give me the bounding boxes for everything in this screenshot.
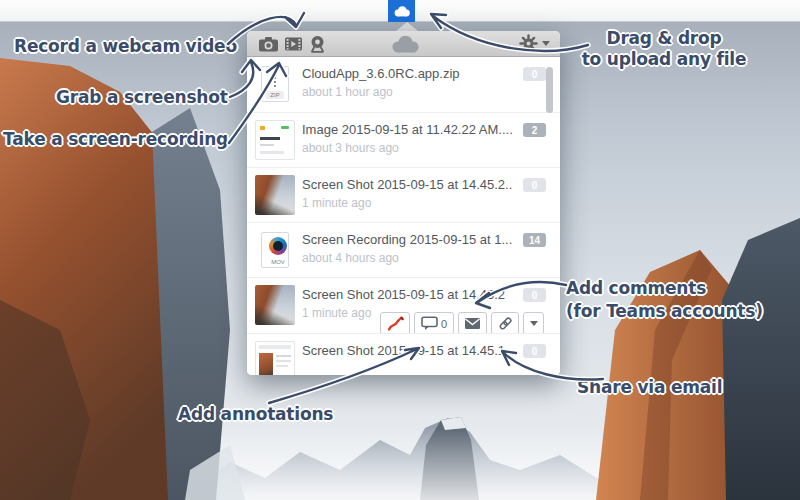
settings-caret[interactable] — [540, 31, 552, 57]
comment-count: 0 — [441, 318, 447, 330]
note-record-webcam: Record a webcam video — [14, 36, 237, 56]
copy-link-button[interactable] — [491, 312, 519, 335]
item-title: CloudApp_3.6.0RC.app.zip — [302, 66, 512, 81]
comment-button[interactable]: 0 — [414, 312, 454, 335]
item-actions: 0 — [380, 312, 544, 335]
menubar-cloudapp-button[interactable] — [388, 0, 415, 22]
webcam-icon — [308, 35, 327, 53]
settings-button[interactable] — [518, 31, 538, 57]
view-count-badge: 2 — [523, 123, 546, 137]
mov-label: MOV — [269, 259, 287, 265]
view-count-badge: 0 — [523, 178, 546, 192]
film-video-icon — [284, 36, 303, 52]
item-time: 1 minute ago — [302, 196, 512, 210]
link-icon — [497, 315, 514, 332]
view-count-badge: 0 — [523, 67, 546, 81]
chevron-down-icon — [542, 41, 550, 46]
scrollbar-thumb[interactable] — [546, 67, 553, 113]
note-share-email: Share via email — [577, 377, 722, 397]
zip-label: ZIP — [266, 91, 284, 99]
note-add-comments: Add comments (for Teams accounts) — [566, 277, 763, 323]
item-time: about 1 hour ago — [302, 85, 512, 99]
comment-bubble-icon — [421, 316, 438, 331]
annotate-pen-icon — [387, 316, 404, 332]
list-item[interactable]: MOV Screen Recording 2015-09-15 at 1... … — [247, 222, 560, 277]
menu-bar — [0, 0, 800, 22]
list-item[interactable]: Image 2015-09-15 at 11.42.22 AM.... abou… — [247, 112, 560, 167]
zip-file-thumbnail: ZIP — [255, 64, 295, 104]
popover-toolbar — [247, 31, 560, 57]
grab-screenshot-button[interactable] — [255, 31, 281, 57]
list-item[interactable]: ZIP CloudApp_3.6.0RC.app.zip about 1 hou… — [247, 57, 560, 112]
drops-list: ZIP CloudApp_3.6.0RC.app.zip about 1 hou… — [247, 57, 560, 375]
camera-icon — [258, 36, 279, 52]
screenshot-thumbnail — [255, 175, 295, 215]
envelope-icon — [464, 317, 481, 330]
view-count-badge: 0 — [523, 344, 546, 358]
annotate-button[interactable] — [380, 312, 410, 335]
cloudapp-popover: ZIP CloudApp_3.6.0RC.app.zip about 1 hou… — [247, 31, 560, 375]
view-count-badge: 14 — [523, 233, 546, 247]
note-drag-drop: Drag & drop to upload any file — [572, 28, 756, 70]
view-count-badge: 0 — [523, 288, 546, 302]
item-title: Screen Recording 2015-09-15 at 1... — [302, 232, 512, 247]
chevron-down-icon — [530, 321, 538, 326]
screen: ZIP CloudApp_3.6.0RC.app.zip about 1 hou… — [0, 0, 800, 500]
note-screen-recording: Take a screen-recording — [3, 129, 228, 149]
cloud-icon — [393, 5, 411, 18]
more-actions-button[interactable] — [523, 312, 544, 335]
list-item[interactable]: Screen Shot 2015-09-15 at 14.45.2... 1 m… — [247, 167, 560, 222]
note-add-annotations: Add annotations — [178, 404, 333, 424]
note-grab-screenshot: Grab a screenshot — [56, 87, 228, 107]
gear-icon — [519, 34, 538, 53]
screenshot-thumbnail — [255, 341, 295, 375]
item-time: about 3 hours ago — [302, 141, 512, 155]
item-title: Image 2015-09-15 at 11.42.22 AM.... — [302, 122, 512, 137]
upload-dropzone-cloud[interactable] — [388, 31, 422, 57]
screenshot-thumbnail — [255, 285, 295, 325]
list-item[interactable]: Screen Shot 2015-09-15 at 14.45.1... 0 — [247, 333, 560, 375]
item-title: Screen Shot 2015-09-15 at 14.45.1... — [302, 343, 512, 358]
list-item-hovered[interactable]: Screen Shot 2015-09-15 at 14.45.2 1 minu… — [247, 277, 560, 333]
share-email-button[interactable] — [458, 312, 487, 335]
item-title: Screen Shot 2015-09-15 at 14.45.2 — [302, 287, 512, 302]
cloud-icon — [389, 34, 421, 54]
movie-file-thumbnail: MOV — [255, 230, 295, 270]
image-thumbnail — [255, 120, 295, 160]
item-title: Screen Shot 2015-09-15 at 14.45.2... — [302, 177, 512, 192]
item-time: about 4 hours ago — [302, 251, 512, 265]
record-webcam-button[interactable] — [305, 31, 329, 57]
screen-recording-button[interactable] — [281, 31, 305, 57]
